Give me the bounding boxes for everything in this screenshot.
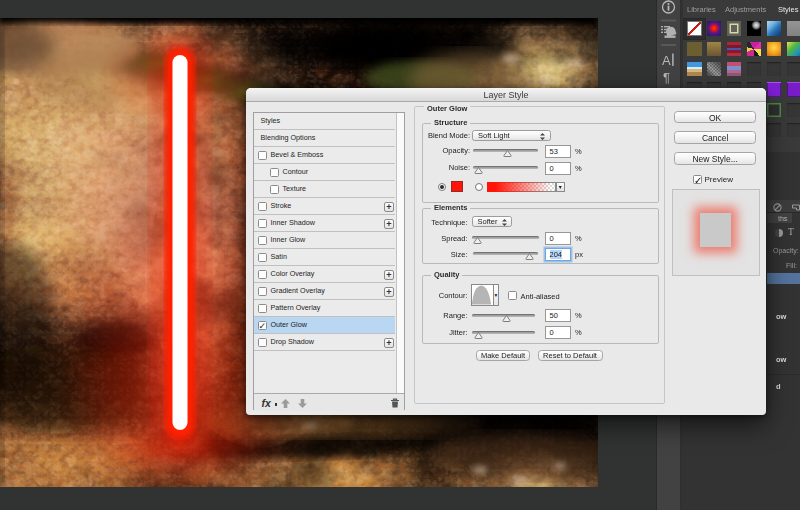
svg-text:¶: ¶ bbox=[663, 70, 670, 85]
svg-text:A: A bbox=[662, 53, 671, 68]
